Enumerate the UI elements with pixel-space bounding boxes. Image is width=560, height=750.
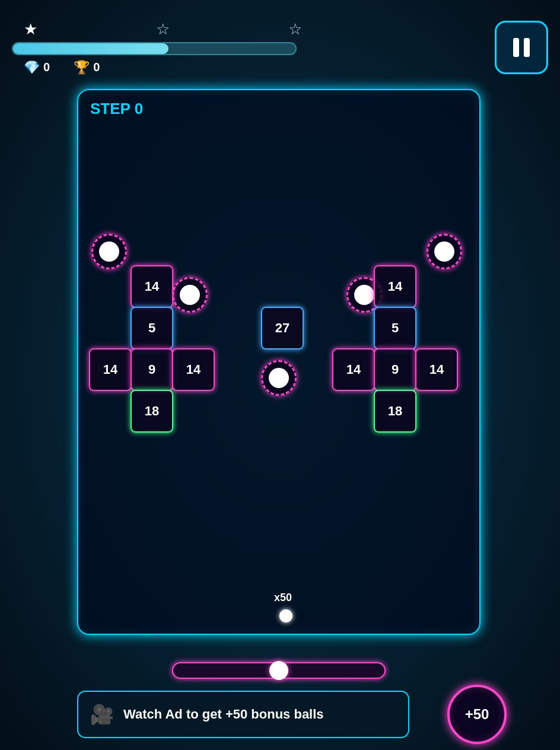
- star-3-icon: ☆: [288, 20, 302, 39]
- progress-bar: [12, 42, 297, 55]
- circle-inner-1: [99, 241, 119, 262]
- block-18-left-bot: 18: [131, 390, 173, 433]
- slider-container[interactable]: [172, 662, 386, 679]
- diamond-count: 0: [43, 61, 50, 74]
- bonus-label: +50: [465, 706, 489, 723]
- trophy-stat: 🏆 0: [74, 60, 100, 75]
- block-27-center: 27: [261, 307, 304, 349]
- trophy-icon: 🏆: [74, 60, 90, 75]
- step-label: STEP 0: [90, 100, 143, 118]
- block-9-right-row3-b: 9: [374, 348, 416, 391]
- block-14-left-top: 14: [131, 265, 173, 308]
- ball-multiplier: x50: [274, 592, 292, 604]
- block-14-right-top: 14: [374, 265, 416, 308]
- circle-target-1: [91, 234, 127, 269]
- block-14-left-row3-a: 14: [89, 348, 132, 391]
- block-14-right-row3-a: 14: [332, 348, 375, 391]
- block-5-left-mid: 5: [131, 307, 173, 349]
- block-14-left-row3-c: 14: [172, 348, 215, 391]
- circle-inner-5: [434, 241, 454, 262]
- top-bar: ★ ☆ ☆ 💎 0 🏆 0: [0, 0, 560, 83]
- circle-inner-3: [269, 368, 289, 388]
- circle-inner-4: [354, 285, 374, 305]
- stars-row: ★ ☆ ☆: [24, 20, 302, 39]
- pause-bar-right: [524, 38, 530, 57]
- ad-banner[interactable]: 🎥 Watch Ad to get +50 bonus balls: [77, 691, 409, 738]
- trophy-count: 0: [93, 61, 100, 74]
- circle-inner-2: [180, 285, 200, 305]
- pause-button[interactable]: [495, 21, 548, 74]
- block-14-right-row3-c: 14: [415, 348, 458, 391]
- star-1-icon: ★: [24, 20, 37, 39]
- diamond-icon: 💎: [24, 60, 40, 75]
- ad-text: Watch Ad to get +50 bonus balls: [123, 707, 324, 722]
- pause-bar-left: [513, 38, 519, 57]
- star-2-icon: ☆: [156, 20, 170, 39]
- circle-target-5: [427, 234, 462, 269]
- slider-thumb[interactable]: [269, 661, 288, 680]
- stats-row: 💎 0 🏆 0: [24, 60, 100, 75]
- ad-camera-icon: 🎥: [90, 703, 114, 726]
- block-18-right-bot: 18: [374, 390, 416, 433]
- pause-bars: [513, 38, 530, 57]
- circle-target-3: [261, 360, 297, 396]
- bonus-circle[interactable]: +50: [447, 685, 507, 744]
- block-9-left-row3-b: 9: [131, 348, 173, 391]
- bottom-slider-section: [77, 662, 481, 679]
- progress-section: ★ ☆ ☆ 💎 0 🏆 0: [12, 20, 483, 75]
- game-ball: [279, 609, 292, 622]
- progress-bar-fill: [13, 43, 168, 54]
- game-area[interactable]: STEP 0 14 5 14 9 14 18 27 14 5 14 9 14 1…: [77, 89, 481, 635]
- circle-target-2: [172, 277, 208, 313]
- diamond-stat: 💎 0: [24, 60, 50, 75]
- block-5-right-mid: 5: [374, 307, 416, 349]
